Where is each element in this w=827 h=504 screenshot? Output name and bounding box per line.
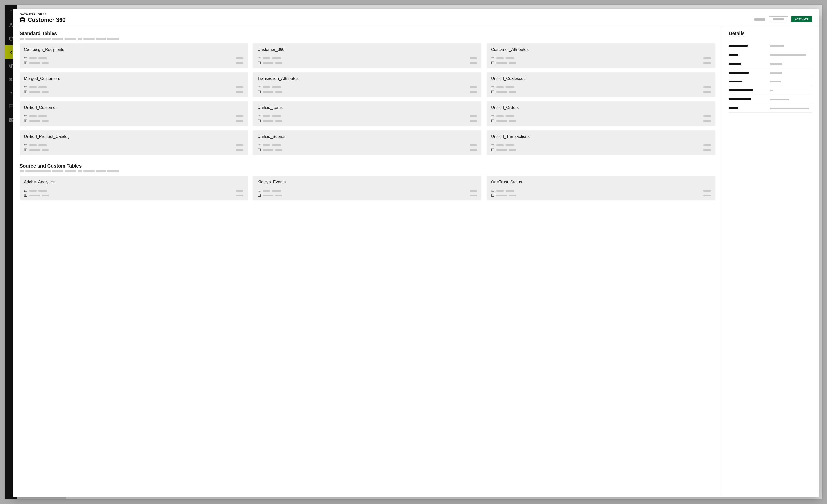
svg-rect-9: [25, 58, 25, 58]
list-icon: [257, 144, 261, 147]
details-title: Details: [729, 31, 812, 36]
svg-rect-116: [259, 191, 261, 192]
svg-rect-12: [25, 59, 27, 59]
table-card[interactable]: Customer_Attributes: [487, 43, 715, 68]
table-card[interactable]: Unified_Customer: [19, 101, 248, 126]
svg-rect-4: [9, 107, 13, 108]
table-card[interactable]: Unified_Items: [253, 101, 481, 126]
svg-rect-59: [25, 117, 25, 117]
details-row: [729, 41, 812, 50]
table-card-title: Unified_Scores: [257, 134, 477, 139]
table-card[interactable]: Unified_Coalesced: [487, 72, 715, 97]
list-icon: [491, 56, 494, 60]
table-card[interactable]: OneTrust_Status: [487, 176, 715, 201]
activate-button[interactable]: ACTIVATE: [791, 16, 812, 22]
table-card-title: Unified_Coalesced: [491, 76, 711, 81]
table-card[interactable]: Unified_Scores: [253, 130, 481, 155]
svg-rect-10: [25, 58, 27, 58]
details-row: [729, 95, 812, 104]
svg-rect-66: [259, 116, 261, 116]
panel-header: DATA EXPLORER Customer 360 ACTIVATE: [13, 9, 819, 26]
columns-icon: [491, 194, 494, 197]
svg-rect-18: [259, 58, 261, 58]
list-icon: [24, 144, 27, 147]
details-value: [770, 97, 789, 101]
table-card-title: Unified_Orders: [491, 105, 711, 110]
details-key: [729, 79, 765, 83]
table-card[interactable]: Merged_Customers: [19, 72, 248, 97]
details-key: [729, 70, 765, 74]
svg-rect-35: [25, 88, 25, 88]
svg-rect-7: [25, 57, 25, 58]
svg-rect-103: [25, 189, 25, 190]
svg-rect-55: [25, 115, 25, 116]
list-icon: [257, 114, 261, 118]
svg-rect-64: [259, 115, 261, 116]
table-card[interactable]: Klaviyo_Events: [253, 176, 481, 201]
details-key: [729, 52, 765, 57]
columns-icon: [257, 194, 261, 197]
columns-icon: [491, 148, 494, 152]
table-card-title: OneTrust_Status: [491, 180, 711, 184]
table-card[interactable]: Unified_Product_Catalog: [19, 130, 248, 155]
svg-rect-112: [259, 190, 261, 190]
list-icon: [257, 86, 261, 89]
svg-rect-68: [259, 117, 261, 117]
svg-rect-119: [492, 189, 492, 190]
table-card[interactable]: Unified_Transactions: [487, 130, 715, 155]
svg-rect-122: [492, 190, 494, 191]
columns-icon: [24, 90, 27, 94]
section-subtitle-placeholder: [19, 38, 715, 40]
table-card-title: Customer_360: [257, 47, 477, 52]
svg-rect-63: [258, 115, 258, 116]
table-card[interactable]: Transaction_Attributes: [253, 72, 481, 97]
details-key: [729, 106, 765, 110]
svg-rect-123: [492, 191, 492, 192]
svg-rect-114: [259, 190, 261, 191]
table-card[interactable]: Unified_Orders: [487, 101, 715, 126]
svg-rect-23: [492, 57, 492, 58]
svg-rect-24: [492, 57, 494, 58]
svg-rect-26: [492, 58, 494, 58]
svg-rect-124: [492, 191, 494, 192]
svg-rect-83: [25, 146, 25, 146]
table-card[interactable]: Campaign_Recipients: [19, 43, 248, 68]
svg-rect-104: [25, 190, 27, 190]
svg-rect-113: [258, 190, 258, 191]
table-card[interactable]: Customer_360: [253, 43, 481, 68]
table-card-title: Campaign_Recipients: [24, 47, 243, 52]
details-value: [770, 43, 784, 48]
svg-rect-87: [258, 144, 258, 145]
svg-rect-3: [9, 105, 13, 106]
tables-main-area: Standard TablesCampaign_RecipientsCustom…: [13, 26, 722, 497]
svg-rect-89: [258, 145, 258, 145]
svg-rect-25: [492, 58, 492, 58]
table-card[interactable]: Adobe_Analytics: [19, 176, 248, 201]
svg-rect-41: [258, 87, 258, 87]
svg-rect-73: [492, 116, 492, 116]
details-key: [729, 97, 765, 101]
list-icon: [24, 56, 27, 60]
svg-rect-115: [258, 191, 258, 192]
svg-rect-32: [25, 86, 27, 87]
svg-rect-20: [259, 59, 261, 59]
svg-rect-15: [258, 57, 258, 58]
header-secondary-button[interactable]: [769, 16, 788, 22]
svg-rect-79: [25, 144, 25, 145]
columns-icon: [24, 194, 27, 197]
table-card-title: Unified_Product_Catalog: [24, 134, 243, 139]
svg-rect-17: [258, 58, 258, 58]
details-row: [729, 104, 812, 113]
svg-rect-120: [492, 190, 494, 190]
svg-rect-27: [492, 59, 492, 59]
details-row: [729, 59, 812, 68]
details-value: [770, 52, 806, 57]
svg-rect-48: [492, 86, 494, 87]
svg-rect-74: [492, 116, 494, 116]
section-title: Source and Custom Tables: [19, 163, 715, 169]
svg-rect-75: [492, 117, 492, 117]
header-placeholder-text: [754, 18, 765, 20]
list-icon: [24, 189, 27, 192]
section-subtitle-placeholder: [19, 170, 715, 172]
columns-icon: [257, 119, 261, 123]
